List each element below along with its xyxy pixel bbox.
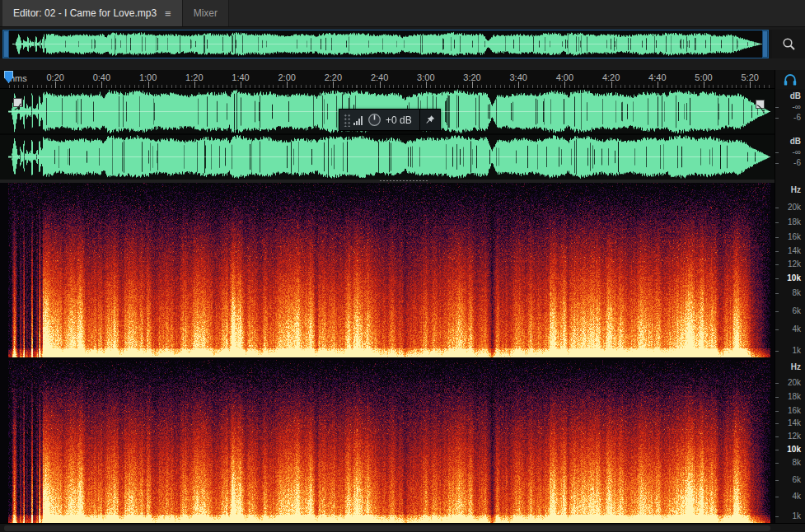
scale-label: dB xyxy=(790,138,801,146)
scale-label: 16k xyxy=(788,233,801,241)
timeline-tick xyxy=(472,82,473,88)
timeline-tick xyxy=(704,82,704,88)
scale-label: -∞ xyxy=(793,148,801,156)
scale-label: -∞ xyxy=(793,103,801,111)
tab-editor-label: Editor: 02 - I Came for Love.mp3 xyxy=(13,7,157,19)
timeline-tick xyxy=(426,82,427,88)
scale-label: 20k xyxy=(788,379,801,387)
gain-hud[interactable]: +0 dB xyxy=(339,109,441,131)
timeline-tick xyxy=(611,82,612,88)
scale-tick xyxy=(775,311,779,312)
scale-tick xyxy=(775,516,779,517)
scale-label: 8k xyxy=(792,289,801,297)
scale-tick xyxy=(775,397,779,398)
scale-tick xyxy=(775,450,779,450)
scale-label: 1k xyxy=(792,512,801,520)
scale-tick xyxy=(775,251,779,252)
scale-label: 16k xyxy=(788,407,801,415)
scale-tick xyxy=(775,163,779,164)
scale-label: 20k xyxy=(788,203,801,212)
navigator-waveform-canvas[interactable] xyxy=(2,30,769,58)
tab-editor[interactable]: Editor: 02 - I Came for Love.mp3 ≡ xyxy=(2,0,183,26)
scale-tick xyxy=(775,278,779,279)
scale-label: 12k xyxy=(788,260,801,268)
horizontal-scrollbar[interactable] xyxy=(0,523,805,532)
fade-in-handle[interactable] xyxy=(13,98,22,107)
timeline-tick xyxy=(380,82,381,88)
panel-menu-icon[interactable]: ≡ xyxy=(165,7,171,20)
hud-pin-button[interactable] xyxy=(420,110,440,130)
scale-label: 10k xyxy=(787,274,801,282)
scale-tick xyxy=(775,264,779,265)
fade-out-handle[interactable] xyxy=(756,100,765,109)
timeline-tick xyxy=(241,82,241,88)
scale-label: -6 xyxy=(793,159,801,167)
timeline-tick xyxy=(333,82,334,88)
timeline-tick xyxy=(518,82,519,88)
scale-label: 1k xyxy=(792,347,801,355)
gain-knob-icon[interactable] xyxy=(367,113,381,127)
scale-tick xyxy=(775,497,779,497)
fade-in-curve-icon xyxy=(14,103,21,110)
timeline-tick xyxy=(148,82,149,88)
hud-drag-handle[interactable] xyxy=(343,113,350,127)
scale-tick xyxy=(775,152,779,153)
scale-label: 6k xyxy=(792,476,801,484)
scale-tick xyxy=(775,293,779,294)
navigator-left-handle[interactable] xyxy=(3,30,9,58)
navigator-right-handle[interactable] xyxy=(762,30,768,58)
scale-label: 10k xyxy=(787,446,801,454)
panel-tab-bar: Editor: 02 - I Came for Love.mp3 ≡ Mixer xyxy=(0,0,805,27)
scale-label: 4k xyxy=(792,325,801,334)
level-bars-icon xyxy=(353,114,364,126)
scale-tick xyxy=(775,411,779,412)
waveform-canvas[interactable] xyxy=(0,89,775,180)
scale-tick xyxy=(775,463,779,464)
scale-gutter[interactable]: dB-∞-6dB-∞-6Hz20k18k16k14k12k10k8k6k4k1k… xyxy=(775,89,805,532)
scale-tick xyxy=(775,107,779,108)
tab-mixer-label: Mixer xyxy=(194,7,218,19)
overview-navigator[interactable] xyxy=(0,30,805,58)
timeline-tick xyxy=(658,82,658,88)
timeline-ruler[interactable]: hms 0:200:401:001:201:402:002:202:403:00… xyxy=(0,70,775,89)
scale-label: 18k xyxy=(788,218,801,226)
scale-label: -6 xyxy=(793,114,801,122)
scale-tick xyxy=(775,208,779,208)
timeline-minor-ticks xyxy=(9,85,770,88)
scale-tick xyxy=(775,383,779,384)
spectrogram-canvas[interactable] xyxy=(0,183,775,523)
scale-label: 14k xyxy=(788,419,801,427)
navigator-zoom-button[interactable] xyxy=(772,30,805,58)
scale-label: 14k xyxy=(788,247,801,255)
scale-label: 8k xyxy=(792,459,801,467)
timeline-tick xyxy=(194,82,195,88)
headphones-icon xyxy=(783,72,798,86)
monitor-button[interactable] xyxy=(775,70,805,89)
timeline-tick xyxy=(101,82,102,88)
tab-mixer[interactable]: Mixer xyxy=(183,0,229,26)
scale-label: Hz xyxy=(791,186,801,194)
scale-tick xyxy=(775,222,779,223)
timeline-tick xyxy=(55,82,56,88)
scale-label: 12k xyxy=(788,432,801,441)
timeline-tick xyxy=(750,82,751,88)
magnifier-icon xyxy=(782,37,796,51)
scale-label: Hz xyxy=(791,363,801,371)
scale-label: 18k xyxy=(788,393,801,401)
scale-label: dB xyxy=(790,92,801,100)
scale-label: 4k xyxy=(792,492,801,501)
timeline-tick xyxy=(564,82,565,88)
scale-tick xyxy=(775,237,779,238)
scale-label: 6k xyxy=(792,307,801,315)
scale-tick xyxy=(775,118,779,119)
scale-tick xyxy=(775,351,779,352)
scale-tick xyxy=(775,329,779,330)
gain-value: +0 dB xyxy=(386,114,412,126)
scale-tick xyxy=(775,436,779,437)
timeline-tick xyxy=(287,82,288,88)
pin-icon xyxy=(424,114,436,126)
audition-editor-panel: Editor: 02 - I Came for Love.mp3 ≡ Mixer… xyxy=(0,0,805,532)
scrollbar-thumb[interactable] xyxy=(4,525,770,531)
fade-out-curve-icon xyxy=(756,105,764,112)
scale-tick xyxy=(775,423,779,424)
